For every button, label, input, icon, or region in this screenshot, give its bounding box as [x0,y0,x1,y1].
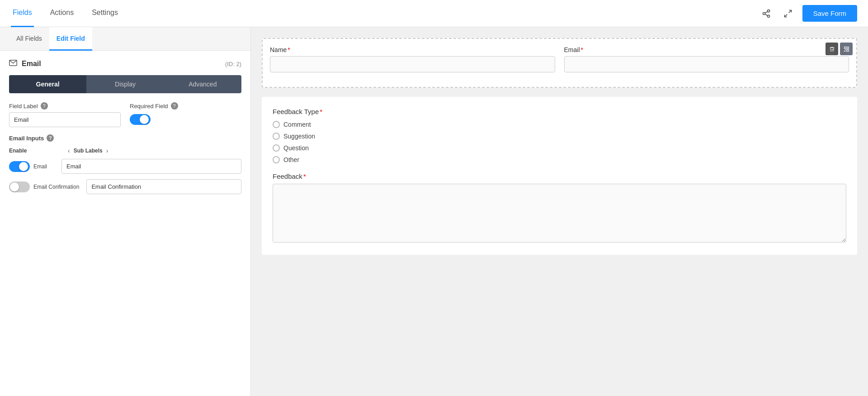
feedback-textarea[interactable] [273,184,846,243]
svg-line-6 [784,14,787,17]
svg-line-4 [765,11,768,13]
email-input-row-1: Email Confirmation [9,179,241,194]
preview-email-input[interactable] [564,56,849,72]
email-delete-btn[interactable] [838,46,849,57]
email-inputs-help-icon[interactable]: ? [47,134,54,142]
sub-tabs: All Fields Edit Field [0,27,250,51]
radio-circle-suggestion[interactable] [273,133,280,140]
radio-label-suggestion: Suggestion [283,133,315,140]
email-enable-col: Email [9,161,54,172]
radio-option-other: Other [273,156,846,163]
svg-line-5 [788,10,791,13]
nav-actions[interactable]: Actions [48,0,75,27]
email-inputs-label: Email Inputs ? [9,134,241,142]
share-icon[interactable] [759,6,774,21]
field-sub-tabs: General Display Advanced [9,75,241,93]
svg-line-3 [765,14,768,15]
email-confirmation-enable-col: Email Confirmation [9,181,79,192]
email-inputs-section: Email Inputs ? Enable ‹ Sub Labels › [9,134,241,194]
nav-right: Save Form [759,5,857,22]
email-confirmation-toggle[interactable] [9,181,30,192]
top-nav: Fields Actions Settings Save Form [0,0,868,27]
sublabels-next-arrow[interactable]: › [106,147,108,154]
email-copy-btn[interactable] [826,46,836,57]
feedback-label: Feedback* [273,172,846,180]
radio-option-suggestion: Suggestion [273,133,846,140]
preview-email-field: Email* [564,46,849,72]
email-field-actions [826,46,849,57]
expand-icon[interactable] [781,6,795,21]
field-title: Email [22,60,225,68]
radio-circle-comment[interactable] [273,121,280,128]
radio-label-question: Question [283,144,309,152]
preview-name-label: Name* [270,46,555,53]
sublabels-prev-arrow[interactable]: ‹ [68,147,70,154]
nav-fields[interactable]: Fields [11,0,34,27]
email-icon [9,60,17,68]
nav-settings[interactable]: Settings [90,0,120,27]
svg-point-2 [767,15,769,17]
svg-rect-12 [830,51,834,54]
email-input-label: Email [33,163,47,170]
right-panel: Name* [251,27,868,396]
preview-email-label: Email* [564,46,849,53]
sublabels-title: Sub Labels [74,148,103,154]
save-form-button[interactable]: Save Form [802,5,857,22]
field-label-group: Field Label ? [9,102,121,127]
enable-col-header: Enable [9,148,68,154]
preview-name-field: Name* [270,46,555,72]
form-preview: Name* [262,38,857,88]
radio-circle-question[interactable] [273,144,280,152]
field-tab-general[interactable]: General [9,75,86,93]
email-confirmation-sublabel-input[interactable] [86,179,241,194]
email-sublabel-input[interactable] [61,159,241,174]
main-layout: All Fields Edit Field Email (ID: 2) Gene… [0,27,868,396]
required-field-label: Required Field ? [130,102,241,110]
tab-edit-field[interactable]: Edit Field [49,27,92,51]
field-label-row: Field Label ? Required Field ? [9,102,241,127]
field-label-label: Field Label ? [9,102,121,110]
tab-all-fields[interactable]: All Fields [9,27,49,51]
sublabels-header: ‹ Sub Labels › [68,147,241,154]
required-field-help-icon[interactable]: ? [171,102,178,110]
edit-field-content: Email (ID: 2) General Display Advanced F… [0,51,250,396]
required-field-group: Required Field ? [130,102,241,126]
radio-option-comment: Comment [273,121,846,128]
form-body: Feedback Type* Comment Suggestion Questi… [262,97,857,255]
required-field-toggle[interactable] [130,114,151,125]
field-label-help-icon[interactable]: ? [41,102,48,110]
email-input-row-0: Email [9,159,241,174]
nav-left: Fields Actions Settings [11,0,759,27]
field-label-input[interactable] [9,112,121,127]
field-id: (ID: 2) [225,61,241,67]
feedback-type-radio-group: Comment Suggestion Question Other [273,121,846,163]
radio-label-other: Other [283,156,299,163]
radio-circle-other[interactable] [273,156,280,163]
left-panel: All Fields Edit Field Email (ID: 2) Gene… [0,27,251,396]
field-header: Email (ID: 2) [9,60,241,68]
svg-point-0 [767,10,769,12]
field-tab-advanced[interactable]: Advanced [164,75,241,93]
email-toggle[interactable] [9,161,30,172]
svg-point-1 [763,12,765,14]
email-confirmation-label: Email Confirmation [33,184,79,190]
preview-name-input[interactable] [270,56,555,72]
radio-option-question: Question [273,144,846,152]
preview-row: Name* [270,46,849,72]
radio-label-comment: Comment [283,121,311,128]
feedback-type-label: Feedback Type* [273,108,846,115]
sublabels-header-row: Enable ‹ Sub Labels › [9,147,241,154]
field-tab-display[interactable]: Display [86,75,164,93]
